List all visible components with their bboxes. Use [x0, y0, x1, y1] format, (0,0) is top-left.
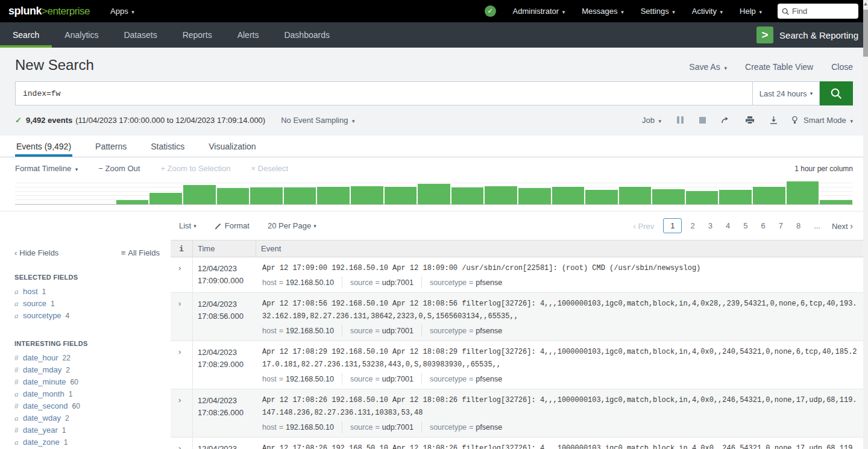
close-button[interactable]: Close: [831, 62, 853, 72]
menu-administrator[interactable]: Administrator ▾: [513, 7, 565, 16]
field-item-host[interactable]: ahost1: [14, 286, 160, 298]
timeline-bar[interactable]: [149, 193, 182, 204]
expand-event-button[interactable]: ›: [171, 257, 193, 292]
search-query-input[interactable]: [16, 89, 752, 98]
appbar-tab-datasets[interactable]: Datasets: [111, 22, 169, 48]
field-value[interactable]: pfsense: [476, 277, 502, 288]
format-timeline-menu[interactable]: Format Timeline ▾: [15, 164, 78, 173]
timeline-bar[interactable]: [418, 184, 450, 204]
tab-visualization[interactable]: Visualization: [207, 136, 257, 157]
search-button[interactable]: [820, 81, 853, 105]
field-item-date_mday[interactable]: #date_mday2: [14, 364, 160, 376]
field-host[interactable]: host=192.168.50.10: [262, 325, 342, 336]
menu-help[interactable]: Help ▾: [740, 7, 762, 16]
prev-page-button[interactable]: ‹ Prev: [633, 221, 654, 231]
field-source[interactable]: source=udp:7001: [350, 277, 422, 288]
field-value[interactable]: 192.168.50.10: [286, 374, 334, 385]
expand-event-button[interactable]: ›: [171, 389, 193, 437]
menu-settings[interactable]: Settings ▾: [641, 7, 675, 16]
page-5[interactable]: 5: [738, 218, 752, 233]
scrollbar-up-arrow-icon[interactable]: [864, 2, 867, 5]
field-value[interactable]: 192.168.50.10: [286, 325, 334, 336]
stop-button[interactable]: [699, 117, 706, 124]
deselect-button[interactable]: × Deselect: [251, 164, 288, 173]
timeline-bar[interactable]: [585, 190, 618, 204]
list-view-menu[interactable]: List ▾: [179, 221, 197, 230]
find-search-box[interactable]: [778, 4, 858, 19]
timeline-bar[interactable]: [518, 188, 551, 204]
timeline-bar[interactable]: [753, 187, 785, 204]
field-value[interactable]: 192.168.50.10: [286, 422, 334, 433]
timeline-bar[interactable]: [719, 190, 752, 204]
field-value[interactable]: udp:7001: [382, 277, 414, 288]
timeline-bar[interactable]: [619, 187, 652, 204]
create-table-view-button[interactable]: Create Table View: [745, 62, 813, 72]
time-range-picker[interactable]: Last 24 hours ▾: [752, 81, 820, 105]
field-item-sourcetype[interactable]: asourcetype4: [14, 310, 160, 322]
tab-events[interactable]: Events (9,492): [15, 136, 72, 157]
apps-menu[interactable]: Apps ▾: [110, 7, 134, 16]
tab-patterns[interactable]: Patterns: [94, 136, 128, 157]
field-sourcetype[interactable]: sourcetype=pfsense: [430, 277, 510, 288]
field-item-date_zone[interactable]: adate_zone1: [14, 436, 160, 448]
field-sourcetype[interactable]: sourcetype=pfsense: [430, 422, 510, 433]
splunk-enterprise-logo[interactable]: splunk>enterprise: [8, 5, 90, 17]
format-button[interactable]: Format: [215, 221, 250, 230]
page-8[interactable]: 8: [791, 218, 805, 233]
field-host[interactable]: host=192.168.50.10: [262, 374, 342, 385]
page-7[interactable]: 7: [774, 218, 788, 233]
event-sampling-menu[interactable]: No Event Sampling ▾: [281, 116, 354, 125]
field-item-date_minute[interactable]: #date_minute60: [14, 376, 160, 388]
scrollbar-thumb[interactable]: [863, 10, 868, 57]
timeline-bar[interactable]: [284, 187, 316, 204]
field-sourcetype[interactable]: sourcetype=pfsense: [430, 325, 510, 336]
timeline-bar[interactable]: [116, 200, 149, 204]
field-value[interactable]: pfsense: [476, 374, 502, 385]
appbar-tab-reports[interactable]: Reports: [170, 22, 225, 48]
expand-event-button[interactable]: ›: [171, 293, 193, 341]
smart-mode-bulb[interactable]: [792, 116, 797, 124]
field-value[interactable]: pfsense: [476, 422, 502, 433]
page-6[interactable]: 6: [756, 218, 770, 233]
page-scrollbar[interactable]: [863, 0, 868, 449]
timeline-bar[interactable]: [485, 186, 517, 204]
timeline-bar[interactable]: [787, 181, 819, 204]
tab-statistics[interactable]: Statistics: [149, 136, 186, 157]
per-page-menu[interactable]: 20 Per Page ▾: [268, 221, 316, 230]
search-reporting-app-icon[interactable]: >: [756, 27, 773, 43]
field-item-source[interactable]: asource1: [14, 298, 160, 310]
expand-event-button[interactable]: ›: [171, 438, 193, 449]
expand-event-button[interactable]: ›: [171, 341, 193, 389]
menu-activity[interactable]: Activity ▾: [692, 7, 723, 16]
job-menu[interactable]: Job ▾: [642, 116, 661, 125]
appbar-tab-alerts[interactable]: Alerts: [225, 22, 272, 48]
field-item-date_year[interactable]: #date_year1: [14, 424, 160, 436]
timeline-bar[interactable]: [385, 187, 417, 204]
field-source[interactable]: source=udp:7001: [350, 422, 422, 433]
timeline-bar[interactable]: [217, 188, 250, 204]
hide-fields-button[interactable]: ‹Hide Fields: [14, 248, 58, 257]
timeline-bar[interactable]: [451, 187, 484, 204]
field-item-date_month[interactable]: adate_month1: [14, 388, 160, 400]
export-button[interactable]: [770, 116, 778, 124]
field-host[interactable]: host=192.168.50.10: [262, 277, 342, 288]
field-item-date_hour[interactable]: #date_hour22: [14, 352, 160, 364]
zoom-out-button[interactable]: − Zoom Out: [98, 164, 140, 173]
find-input[interactable]: [792, 7, 854, 16]
page-3[interactable]: 3: [703, 218, 717, 233]
appbar-tab-dashboards[interactable]: Dashboards: [271, 22, 342, 48]
health-status-icon[interactable]: ✓: [485, 5, 496, 17]
field-source[interactable]: source=udp:7001: [350, 374, 422, 385]
search-mode-menu[interactable]: Smart Mode ▾: [804, 116, 853, 125]
page-1[interactable]: 1: [663, 218, 682, 233]
pause-button[interactable]: [677, 116, 684, 124]
field-value[interactable]: udp:7001: [382, 374, 414, 385]
field-value[interactable]: 192.168.50.10: [286, 277, 334, 288]
field-source[interactable]: source=udp:7001: [350, 325, 422, 336]
timeline-bar[interactable]: [317, 187, 350, 204]
page-4[interactable]: 4: [721, 218, 735, 233]
print-button[interactable]: [746, 116, 754, 124]
field-value[interactable]: udp:7001: [382, 325, 414, 336]
timeline-bar[interactable]: [820, 200, 852, 204]
field-item-date_wday[interactable]: adate_wday2: [14, 412, 160, 424]
